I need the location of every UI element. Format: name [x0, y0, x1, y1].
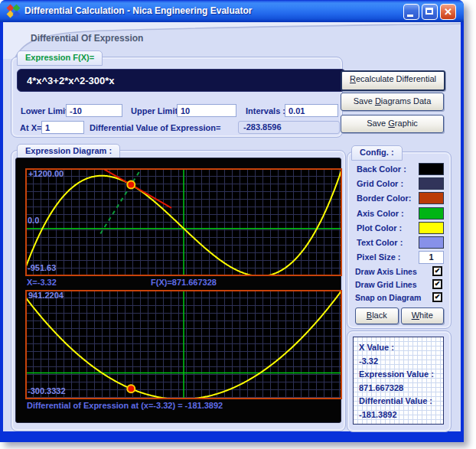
- plot1-caption-row: X=-3.32 F(X)=871.667328: [25, 278, 342, 288]
- draw-axis-lines-label: Draw Axis Lines: [355, 267, 417, 276]
- snap-on-diagram-checkbox[interactable]: ✔: [432, 292, 442, 302]
- config-row-grid-color: Grid Color :: [351, 176, 445, 190]
- window-title: Differential Calculation - Nica Engineer…: [24, 5, 252, 16]
- text-color-swatch[interactable]: [419, 236, 444, 249]
- minimize-button[interactable]: [403, 4, 419, 20]
- intervals-input[interactable]: [285, 104, 338, 117]
- draw-axis-lines-row: Draw Axis Lines ✔: [351, 265, 445, 278]
- config-panel: Back Color : Grid Color : Border Color: …: [351, 161, 445, 324]
- x-value: -3.32: [359, 355, 443, 369]
- differential-value-label: Differential Value of Expression=: [90, 123, 220, 132]
- draw-grid-lines-checkbox[interactable]: ✔: [432, 279, 442, 289]
- plot1-fx-caption: F(X)=871.667328: [25, 278, 342, 287]
- config-row-pixel-size: Pixel Size :: [351, 250, 445, 265]
- text-color-label: Text Color :: [357, 238, 403, 247]
- back-color-swatch[interactable]: [419, 163, 444, 175]
- draw-grid-lines-label: Draw Grid Lines: [355, 280, 417, 289]
- x-value-label: X Value :: [359, 341, 443, 355]
- tab-differential-of-expression[interactable]: Differential Of Expression: [31, 33, 143, 44]
- maximize-icon: [425, 8, 433, 15]
- plot1-zero-label: 0.0: [28, 216, 39, 225]
- save-diagrams-data-button[interactable]: Save Diagrams Data: [341, 93, 444, 111]
- at-x-label: At X=: [20, 123, 41, 132]
- upper-limit-label: Upper Limit :: [131, 106, 183, 116]
- grid-color-label: Grid Color :: [357, 179, 403, 188]
- config-row-axis-color: Axis Color :: [351, 206, 445, 220]
- window-body: Differential Of Expression Expression F(…: [3, 22, 461, 431]
- app-window: Differential Calculation - Nica Engineer…: [0, 0, 464, 442]
- plot2-caption-row: Differential of Expression at (x=-3.32) …: [25, 401, 342, 412]
- lower-limit-input[interactable]: [66, 104, 122, 117]
- expression-value: 871.667328: [359, 382, 443, 395]
- border-color-label: Border Color:: [357, 194, 412, 203]
- recalculate-differential-button[interactable]: Recalculate Differential: [341, 70, 445, 91]
- expression-plot[interactable]: +1200.00 0.0 -951.63: [25, 168, 342, 276]
- close-button[interactable]: ✕: [440, 4, 456, 20]
- plot2-ymax-label: 941.2204: [28, 291, 64, 300]
- expression-group-label: Expression F(X)=: [17, 50, 103, 66]
- config-row-back-color: Back Color :: [351, 161, 445, 176]
- at-x-input[interactable]: [41, 121, 84, 134]
- plot-color-label: Plot Color :: [357, 223, 402, 233]
- app-icon: [7, 5, 20, 18]
- title-bar[interactable]: Differential Calculation - Nica Engineer…: [0, 0, 464, 22]
- plot1-ymin-label: -951.63: [28, 263, 56, 272]
- expression-input[interactable]: [17, 69, 346, 92]
- save-graphic-button[interactable]: Save Graphic: [341, 115, 444, 133]
- plot-color-swatch[interactable]: [419, 222, 444, 234]
- black-white-buttons-row: Black White: [351, 304, 445, 324]
- white-button[interactable]: White: [401, 307, 445, 324]
- config-row-text-color: Text Color :: [351, 235, 445, 249]
- diagram-canvas: +1200.00 0.0 -951.63 X=-3.32 F(X)=871.66…: [15, 158, 341, 423]
- minimize-icon: [407, 15, 413, 17]
- snap-on-diagram-label: Snap on Diagram: [355, 293, 421, 302]
- grid-color-swatch[interactable]: [419, 177, 444, 190]
- axis-color-swatch[interactable]: [419, 207, 444, 220]
- upper-limit-input[interactable]: [177, 104, 236, 117]
- draw-axis-lines-checkbox[interactable]: ✔: [432, 266, 442, 276]
- config-row-plot-color: Plot Color :: [351, 220, 445, 235]
- pixel-size-input[interactable]: [419, 251, 444, 264]
- border-color-swatch[interactable]: [419, 192, 444, 204]
- intervals-label: Intervals :: [246, 106, 285, 116]
- config-row-border-color: Border Color:: [351, 191, 445, 206]
- pixel-size-label: Pixel Size :: [357, 252, 400, 262]
- differential-value-field: -283.8596: [238, 121, 340, 134]
- back-color-label: Back Color :: [357, 164, 406, 174]
- config-group-label: Config. :: [351, 145, 403, 161]
- maximize-button[interactable]: [422, 4, 438, 20]
- expression-value-label: Expression Value :: [359, 368, 443, 382]
- axis-color-label: Axis Color :: [357, 209, 404, 218]
- plot2-ymin-label: -300.3332: [28, 386, 66, 395]
- values-panel: X Value : -3.32 Expression Value : 871.6…: [353, 337, 444, 425]
- differential-plot[interactable]: 941.2204 -300.3332: [25, 290, 342, 399]
- plot2-caption: Differential of Expression at (x=-3.32) …: [27, 401, 223, 410]
- differential-value: -181.3892: [359, 408, 443, 422]
- diagram-group-label: Expression Diagram :: [17, 144, 120, 159]
- black-button[interactable]: Black: [355, 307, 399, 324]
- draw-grid-lines-row: Draw Grid Lines ✔: [351, 278, 445, 291]
- differential-value-label: Differential Value :: [359, 395, 443, 408]
- plot1-ymax-label: +1200.00: [28, 169, 64, 178]
- snap-on-diagram-row: Snap on Diagram ✔: [351, 291, 445, 304]
